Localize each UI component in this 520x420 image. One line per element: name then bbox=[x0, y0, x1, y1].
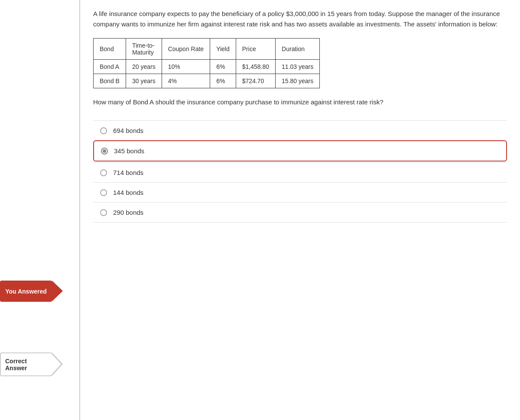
table-cell: Bond B bbox=[94, 74, 126, 88]
correct-answer-arrow-inner bbox=[51, 353, 61, 375]
answer-options: 694 bonds345 bonds714 bonds144 bonds290 … bbox=[93, 120, 507, 223]
radio-opt4 bbox=[100, 189, 107, 196]
radio-opt5 bbox=[100, 209, 107, 216]
you-answered-label: You Answered bbox=[0, 281, 52, 302]
you-answered-text: You Answered bbox=[5, 288, 47, 295]
table-cell: 10% bbox=[162, 60, 210, 74]
table-cell: 15.80 years bbox=[276, 74, 320, 88]
option-label-opt5: 290 bonds bbox=[113, 209, 143, 216]
table-cell: 20 years bbox=[126, 60, 162, 74]
col-bond: Bond bbox=[94, 39, 126, 60]
radio-opt3 bbox=[100, 169, 107, 176]
correct-answer-text: Correct Answer bbox=[5, 358, 47, 372]
table-cell: $1,458.80 bbox=[236, 60, 275, 74]
bond-table: Bond Time-to-Maturity Coupon Rate Yield … bbox=[93, 38, 320, 88]
left-sidebar: You Answered Correct Answer bbox=[0, 0, 80, 420]
table-cell: 6% bbox=[210, 74, 236, 88]
table-cell: 4% bbox=[162, 74, 210, 88]
follow-up-text: How many of Bond A should the insurance … bbox=[93, 97, 462, 107]
col-yield: Yield bbox=[210, 39, 236, 60]
main-content: A life insurance company expects to pay … bbox=[80, 0, 520, 420]
answer-option-opt3[interactable]: 714 bonds bbox=[93, 162, 507, 182]
answer-option-opt5[interactable]: 290 bonds bbox=[93, 202, 507, 223]
correct-answer-label: Correct Answer bbox=[0, 352, 52, 376]
table-cell: 11.03 years bbox=[276, 60, 320, 74]
table-cell: 6% bbox=[210, 60, 236, 74]
table-row: Bond B30 years4%6%$724.7015.80 years bbox=[94, 74, 320, 88]
option-label-opt2: 345 bonds bbox=[114, 147, 144, 155]
option-label-opt4: 144 bonds bbox=[113, 189, 143, 196]
answer-option-opt1[interactable]: 694 bonds bbox=[93, 120, 507, 140]
table-row: Bond A20 years10%6%$1,458.8011.03 years bbox=[94, 60, 320, 74]
question-text: A life insurance company expects to pay … bbox=[93, 9, 505, 29]
radio-opt1 bbox=[100, 127, 107, 134]
option-label-opt1: 694 bonds bbox=[113, 127, 143, 134]
table-cell: 30 years bbox=[126, 74, 162, 88]
answer-option-opt2[interactable]: 345 bonds bbox=[93, 140, 507, 162]
option-label-opt3: 714 bonds bbox=[113, 169, 143, 176]
col-price: Price bbox=[236, 39, 275, 60]
col-coupon: Coupon Rate bbox=[162, 39, 210, 60]
table-cell: Bond A bbox=[94, 60, 126, 74]
radio-opt2 bbox=[101, 148, 108, 155]
table-cell: $724.70 bbox=[236, 74, 275, 88]
col-duration: Duration bbox=[276, 39, 320, 60]
answer-option-opt4[interactable]: 144 bonds bbox=[93, 182, 507, 202]
col-ttm: Time-to-Maturity bbox=[126, 39, 162, 60]
you-answered-arrow bbox=[52, 281, 63, 301]
